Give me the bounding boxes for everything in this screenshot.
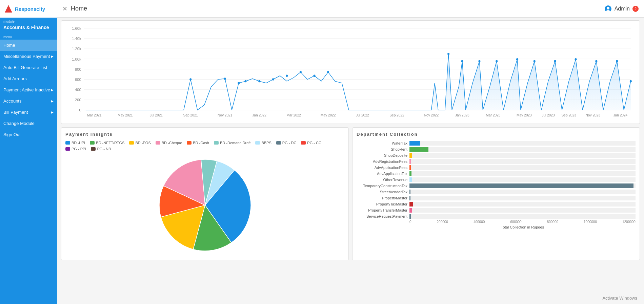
admin-icon <box>604 5 612 13</box>
legend-color <box>187 141 192 145</box>
sidebar-item-accounts[interactable]: Accounts▶ <box>0 95 57 107</box>
legend-label: BD -Cheque <box>162 141 182 145</box>
bar-fill <box>409 171 411 176</box>
sidebar-item-label: Accounts <box>3 99 21 104</box>
nav-list: HomeMiscellaneous Payment▶Auto Bill Gene… <box>0 40 57 140</box>
bar-row-propertytransfermaster: PropertyTransferMaster <box>357 208 636 213</box>
bar-row-shoprent: ShopRent <box>357 147 636 152</box>
svg-text:Mar 2021: Mar 2021 <box>87 113 102 117</box>
bar-fill <box>409 153 412 158</box>
legend-label: BD -Demand Draft <box>220 141 250 145</box>
sidebar-item-add-arrears[interactable]: Add Arrears <box>0 73 57 84</box>
bar-track <box>409 214 636 219</box>
bar-row-propertymaster: PropertyMaster <box>357 196 636 200</box>
bar-row-shopdeposite: ShopDeposite <box>357 153 636 158</box>
svg-point-42 <box>224 78 226 80</box>
sidebar-item-label: Change Module <box>3 121 35 126</box>
svg-text:600: 600 <box>75 78 81 82</box>
department-collection-panel: Department Collection WaterTax ShopRent … <box>352 127 640 260</box>
sidebar-item-payment-active-inactive[interactable]: Payment Active Inactive▶ <box>0 84 57 95</box>
axis-tick: 1000000 <box>584 220 597 224</box>
svg-point-49 <box>313 75 315 77</box>
main-content: ✕ Home Admin 2 <box>57 0 644 304</box>
menu-label: menu <box>0 33 57 40</box>
legend-color <box>276 141 281 145</box>
legend-color <box>214 141 219 145</box>
legend-item-bd-pos: BD -POS <box>129 141 150 145</box>
svg-point-51 <box>447 53 449 55</box>
bar-fill <box>409 177 412 182</box>
svg-point-46 <box>272 78 274 80</box>
legend-label: PG - DC <box>282 141 297 145</box>
svg-point-55 <box>516 58 518 60</box>
sidebar-item-miscellaneous-payment[interactable]: Miscellaneous Payment▶ <box>0 51 57 62</box>
bar-track <box>409 196 636 200</box>
bar-row-temporaryconstructiontax: TemporaryConstructionTax <box>357 183 636 188</box>
axis-tick: 800000 <box>547 220 558 224</box>
legend-row: BD -UPI BD -NEFT/RTGS BD -POS BD -Cheque… <box>65 141 344 151</box>
svg-point-44 <box>245 80 247 82</box>
svg-text:1.60k: 1.60k <box>72 26 81 30</box>
legend-item-bd-cheque: BD -Cheque <box>156 141 182 145</box>
sidebar-item-label: Sign Out <box>3 132 21 137</box>
axis-tick: 1200000 <box>622 220 636 224</box>
svg-text:Mar 2023: Mar 2023 <box>486 113 501 117</box>
svg-text:Jul 2023: Jul 2023 <box>542 113 555 117</box>
department-collection-title: Department Collection <box>357 132 636 137</box>
svg-point-57 <box>554 60 556 62</box>
bar-track <box>409 208 636 213</box>
legend-color <box>65 147 70 151</box>
svg-text:400: 400 <box>75 88 81 92</box>
pie-chart-wrap <box>65 154 344 256</box>
axis-tick: 600000 <box>510 220 521 224</box>
legend-item-pg-nb: PG - NB <box>91 147 111 151</box>
bar-axis: 020000040000060000080000010000001200000 <box>409 220 636 224</box>
bar-label: StreetVendorTax <box>357 190 407 194</box>
legend-item-bd-upi: BD -UPI <box>65 141 85 145</box>
legend-label: BBPS <box>261 141 271 145</box>
svg-text:May 2023: May 2023 <box>517 113 532 117</box>
line-chart-wrap: 1.60k 1.40k 1.20k 1.00k 800 600 400 200 … <box>67 25 634 120</box>
sidebar-item-label: Add Arrears <box>3 76 27 81</box>
svg-point-56 <box>534 60 536 62</box>
bar-label: PropertyTransferMaster <box>357 208 407 212</box>
page-title: Home <box>71 5 87 12</box>
bar-label: ShopRent <box>357 147 407 151</box>
bar-fill <box>409 190 410 194</box>
legend-color <box>129 141 134 145</box>
legend-label: PG - NB <box>97 147 111 151</box>
svg-text:1.00k: 1.00k <box>72 57 81 61</box>
svg-text:Nov 2023: Nov 2023 <box>586 113 601 117</box>
svg-point-53 <box>478 60 480 62</box>
sidebar-item-change-module[interactable]: Change Module <box>0 118 57 129</box>
svg-text:Mar 2022: Mar 2022 <box>286 113 301 117</box>
bar-label: ServiceRequestPayment <box>357 214 407 218</box>
svg-point-58 <box>575 58 577 60</box>
legend-item-bd-cash: BD -Cash <box>187 141 209 145</box>
sidebar-item-sign-out[interactable]: Sign Out <box>0 129 57 140</box>
sidebar-item-bill-payment[interactable]: Bill Payment▶ <box>0 107 57 118</box>
bar-track <box>409 147 636 152</box>
svg-text:Sep 2023: Sep 2023 <box>562 113 577 117</box>
sidebar-item-home[interactable]: Home <box>0 40 57 51</box>
sidebar-item-label: Miscellaneous Payment <box>3 54 50 59</box>
sidebar-item-auto-bill-generate-list[interactable]: Auto Bill Generate List <box>0 62 57 73</box>
chevron-right-icon: ▶ <box>51 110 54 114</box>
svg-text:200: 200 <box>75 98 81 102</box>
bar-label: WaterTax <box>357 141 407 145</box>
bar-row-propertytaxmaster: PropertyTaxMaster <box>357 202 636 207</box>
title-area: ✕ Home <box>62 5 87 13</box>
close-icon[interactable]: ✕ <box>62 5 67 13</box>
bar-label: PropertyMaster <box>357 196 407 200</box>
bar-row-advapplicationfees: AdvApplicationFees <box>357 165 636 170</box>
module-label: module <box>0 18 57 24</box>
bar-row-advapplicationtax: AdvApplicationTax <box>357 171 636 176</box>
axis-tick: 400000 <box>474 220 485 224</box>
legend-color <box>90 141 95 145</box>
legend-color <box>255 141 260 145</box>
bar-row-otherrevenue: OtherRevenue <box>357 177 636 182</box>
logo-icon <box>4 4 13 13</box>
logo-text: Responscity <box>15 6 45 12</box>
legend-label: BD -NEFT/RTGS <box>96 141 124 145</box>
bar-row-servicerequestpayment: ServiceRequestPayment <box>357 214 636 219</box>
